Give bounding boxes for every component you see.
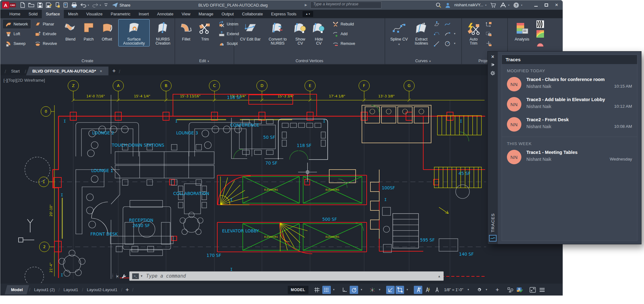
layout-tab-layout1[interactable]: Layout1 [60,287,82,292]
command-input[interactable]: Type a command [146,273,438,279]
clean-screen-button[interactable] [528,286,537,294]
tab-solid[interactable]: Solid [25,10,42,18]
save-as-icon[interactable] [46,3,52,8]
project-ucs-icon[interactable] [485,19,502,29]
zebra-analysis-icon[interactable] [536,19,548,29]
trim-button[interactable]: Trim [196,19,214,48]
sweep-button[interactable]: Sweep [3,39,31,48]
layout-tab-layout1-2[interactable]: Layout1 (2) [30,287,58,292]
plot-icon[interactable] [55,2,60,8]
fillet-button[interactable]: Fillet [177,19,195,48]
tab-annotate[interactable]: Annotate [153,10,177,18]
palette-autohide-icon[interactable] [491,63,495,67]
extract-isolines-button[interactable]: Extract Isolines [412,19,431,48]
trace-item[interactable]: NN Trace3 - Add table in Elevator Lobby … [502,93,637,113]
curve-projection-icon[interactable] [433,19,442,29]
spline-cv-button[interactable]: Spline CV▼ [388,19,410,48]
show-cv-button[interactable]: Show CV [291,19,309,48]
draft-analysis-icon[interactable] [536,39,548,48]
surface-associativity-toggle[interactable]: Surface Associativity [119,19,149,46]
curve-line-icon[interactable] [433,39,442,48]
command-history-icon[interactable]: ▲ [438,274,441,278]
tab-express-tools[interactable]: Express Tools [267,10,301,18]
tab-surface[interactable]: Surface [42,10,64,18]
trace-item[interactable]: NN Trace2 - Front Desk Nishant Naik10:08… [502,113,637,133]
auto-trim-button[interactable]: Auto Trim [464,19,483,48]
search-icon[interactable] [436,2,441,8]
palette-vertical-title[interactable]: TRACES [491,213,495,232]
ribbon-display-toggle[interactable]: ▲ ▾ [303,11,313,17]
project-vector-icon[interactable] [485,39,502,48]
file-tab-start[interactable]: Start [6,67,25,75]
user-dropdown-icon[interactable]: ▾ [485,4,486,7]
tab-collaborate[interactable]: Collaborate [238,10,267,18]
autodesk-logo-icon[interactable] [500,3,506,8]
annotation-visibility-button[interactable] [414,286,422,294]
tab-insert[interactable]: Insert [135,10,153,18]
file-tab-active[interactable]: BLVD OFFICE_PLAN-AUTOCAD* × [26,67,108,75]
redo-icon[interactable] [92,3,98,8]
add-cv-button[interactable]: Add [330,29,360,38]
snap-dropdown-icon[interactable]: ▼ [332,288,336,291]
ortho-mode-button[interactable] [340,286,349,294]
scale-dropdown-icon[interactable]: ▼ [466,288,470,291]
minimize-button[interactable] [534,3,538,8]
panel-edit-label[interactable]: Edit ▼ [175,59,234,63]
new-file-icon[interactable] [20,2,25,8]
command-drag-handle[interactable]: ⋮⋮⋮⋮ [111,274,115,278]
command-close-icon[interactable]: × [116,274,119,279]
grid-display-button[interactable] [313,286,321,294]
annotation-scale-value[interactable]: 1/8" = 1'-0" [442,288,465,292]
extrude-button[interactable]: Extrude [32,29,60,38]
new-layout-button[interactable]: + [122,286,132,293]
project-view-icon[interactable] [485,29,502,38]
app-logo-icon[interactable]: ACAD [2,2,16,8]
object-snap-tracking-button[interactable] [386,286,395,294]
network-button[interactable]: Network [3,19,31,29]
customization-plus-button[interactable]: + [493,286,502,294]
curve-u-icon[interactable] [433,29,442,38]
convert-to-nurbs-button[interactable]: Convert to NURBS [265,19,290,48]
autodesk-dropdown-icon[interactable]: ▾ [508,4,509,7]
analysis-options-button[interactable]: Analysis [511,19,533,48]
iso-drafting-button[interactable] [368,286,376,294]
print-icon[interactable] [71,3,77,8]
command-input-bar[interactable]: >_ ▼ Type a command ▲ [129,271,444,281]
file-tab-close-icon[interactable]: × [100,69,102,73]
new-drawing-tab-button[interactable]: + [112,68,116,74]
model-space-button[interactable]: MODEL [288,286,308,294]
annotation-scale-button[interactable] [433,286,441,294]
hide-cv-button[interactable]: Hide CV [310,19,327,48]
workspace-dropdown-icon[interactable]: ▼ [484,288,489,291]
trace-icon[interactable] [489,235,497,242]
curve-circle-icon[interactable]: ▼ [444,39,458,48]
planar-button[interactable]: Planar [32,19,60,29]
search-input[interactable]: Type a keyword or phrase [310,2,381,8]
workspace-gear-icon[interactable] [475,286,483,294]
drawing-canvas[interactable]: [-][Top][2D Wireframe] [0,75,563,284]
viewport-controls[interactable]: [-][Top][2D Wireframe] [3,78,45,83]
share-button[interactable]: Share [112,3,130,8]
user-avatar-icon[interactable] [445,2,451,8]
save-icon[interactable] [37,3,43,8]
trace-item[interactable]: NN Trace1 - Meeting Tables Nishant NaikW… [502,146,637,166]
palette-close-icon[interactable]: × [491,55,494,59]
tab-output[interactable]: Output [217,10,238,18]
tab-home[interactable]: Home [5,10,25,18]
loft-button[interactable]: Loft [3,29,31,38]
nurbs-creation-toggle[interactable]: NURBS Creation [151,19,175,46]
open-folder-icon[interactable] [28,3,34,8]
curvature-analysis-icon[interactable] [536,29,548,38]
blend-button[interactable]: Blend [61,19,80,42]
title-caret-icon[interactable]: ▶ [305,3,307,7]
help-dropdown-icon[interactable]: ▾ [521,4,522,7]
tab-parametric[interactable]: Parametric [107,10,135,18]
layout-tab-model[interactable]: Model [5,285,29,295]
command-prompt-icon[interactable]: >_ [132,273,139,279]
redo-dropdown-icon[interactable]: ▾ [100,4,101,7]
remove-cv-button[interactable]: Remove [330,39,360,48]
cart-icon[interactable] [490,3,496,8]
panel-curves-label[interactable]: Curves ▼ [385,59,461,63]
polar-tracking-button[interactable] [350,286,358,294]
close-button[interactable]: × [555,2,558,8]
